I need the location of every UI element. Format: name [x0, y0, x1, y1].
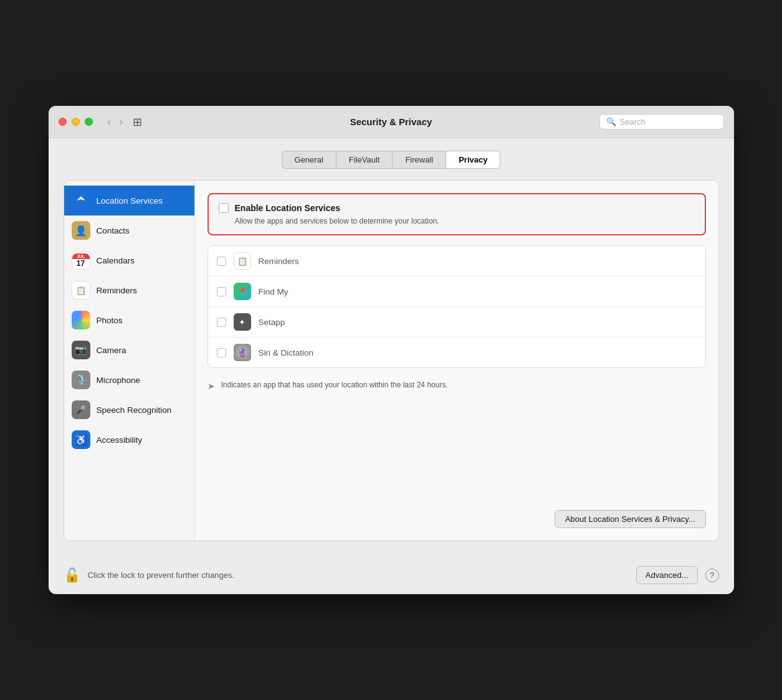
- app-name-findmy: Find My: [259, 287, 288, 296]
- sidebar-label-photos: Photos: [97, 316, 123, 325]
- app-checkbox-reminders[interactable]: [217, 257, 226, 266]
- window-title: Security & Privacy: [350, 116, 432, 127]
- microphone-icon: 🎙️: [72, 371, 90, 389]
- calendars-icon: JUL 17: [72, 251, 90, 270]
- tab-firewall[interactable]: Firewall: [392, 151, 446, 169]
- lock-icon[interactable]: 🔓: [64, 567, 80, 584]
- about-location-button[interactable]: About Location Services & Privacy...: [555, 510, 706, 528]
- app-row-reminders: 📋 Reminders: [208, 246, 705, 277]
- app-row-siri: 🔮 Siri & Dictation: [208, 338, 705, 367]
- sidebar-item-photos[interactable]: Photos: [64, 305, 194, 335]
- accessibility-icon: ♿: [72, 430, 90, 449]
- enable-location-section: Enable Location Services Allow the apps …: [207, 193, 706, 235]
- traffic-lights: [59, 118, 93, 126]
- location-note: ➤ Indicates an app that has used your lo…: [207, 378, 706, 401]
- sidebar-label-speech: Speech Recognition: [97, 405, 172, 415]
- minimize-button[interactable]: [72, 118, 80, 126]
- enable-location-checkbox[interactable]: [219, 203, 229, 213]
- right-panel: Enable Location Services Allow the apps …: [195, 181, 718, 541]
- bottom-btn-row: About Location Services & Privacy...: [207, 504, 706, 528]
- advanced-button[interactable]: Advanced...: [636, 566, 698, 584]
- titlebar: ‹ › ⊞ Security & Privacy 🔍: [49, 106, 734, 138]
- footer: 🔓 Click the lock to prevent further chan…: [49, 556, 734, 594]
- app-checkbox-siri[interactable]: [217, 348, 226, 357]
- app-name-setapp: Setapp: [259, 318, 285, 327]
- sidebar-item-calendars[interactable]: JUL 17 Calendars: [64, 245, 194, 275]
- app-icon-setapp: ✦: [234, 313, 251, 331]
- sidebar-label-reminders: Reminders: [97, 286, 137, 295]
- sidebar-item-contacts[interactable]: 👤 Contacts: [64, 215, 194, 245]
- sidebar-label-microphone: Microphone: [97, 376, 141, 385]
- sidebar-item-speech-recognition[interactable]: 🎤 Speech Recognition: [64, 395, 194, 425]
- tab-privacy[interactable]: Privacy: [446, 151, 500, 169]
- sidebar-item-accessibility[interactable]: ♿ Accessibility: [64, 425, 194, 455]
- sidebar-label-contacts: Contacts: [97, 226, 130, 235]
- location-arrow-icon: ➤: [207, 381, 215, 391]
- search-icon: 🔍: [606, 117, 616, 126]
- forward-button[interactable]: ›: [117, 115, 125, 129]
- photos-icon: [72, 311, 90, 329]
- back-button[interactable]: ‹: [105, 115, 113, 129]
- tab-general[interactable]: General: [282, 151, 336, 169]
- sidebar-item-location-services[interactable]: Location Services: [64, 186, 194, 215]
- reminders-icon: 📋: [72, 281, 90, 300]
- help-button[interactable]: ?: [705, 569, 719, 582]
- enable-location-desc: Allow the apps and services below to det…: [219, 217, 695, 225]
- sidebar-item-camera[interactable]: 📷 Camera: [64, 335, 194, 365]
- enable-row: Enable Location Services: [219, 203, 695, 213]
- content-area: General FileVault Firewall Privacy Locat…: [49, 138, 734, 556]
- sidebar-label-location: Location Services: [97, 196, 163, 206]
- svg-marker-0: [77, 196, 85, 201]
- app-icon-reminders: 📋: [234, 252, 251, 270]
- sidebar-label-camera: Camera: [97, 346, 126, 355]
- app-row-setapp: ✦ Setapp: [208, 307, 705, 338]
- app-name-siri: Siri & Dictation: [259, 348, 314, 357]
- app-name-reminders: Reminders: [259, 257, 299, 266]
- main-panel: Location Services 👤 Contacts JUL 17 Cale…: [64, 180, 719, 541]
- sidebar-label-accessibility: Accessibility: [97, 435, 143, 445]
- speech-recognition-icon: 🎤: [72, 400, 90, 419]
- sidebar-item-microphone[interactable]: 🎙️ Microphone: [64, 365, 194, 395]
- search-bar: 🔍: [599, 114, 724, 130]
- apps-list: 📋 Reminders 📍 Find My: [207, 245, 706, 368]
- app-checkbox-setapp[interactable]: [217, 318, 226, 327]
- footer-lock-text: Click the lock to prevent further change…: [88, 570, 629, 580]
- app-row-findmy: 📍 Find My: [208, 277, 705, 307]
- enable-location-label: Enable Location Services: [235, 203, 341, 213]
- location-services-icon: [72, 191, 90, 210]
- nav-arrows: ‹ ›: [105, 115, 126, 129]
- app-icon-findmy: 📍: [234, 283, 251, 300]
- sidebar: Location Services 👤 Contacts JUL 17 Cale…: [64, 181, 195, 541]
- maximize-button[interactable]: [85, 118, 93, 126]
- location-note-text: Indicates an app that has used your loca…: [221, 381, 448, 389]
- sidebar-label-calendars: Calendars: [97, 256, 135, 265]
- app-icon-siri: 🔮: [234, 344, 251, 361]
- app-checkbox-findmy[interactable]: [217, 287, 226, 296]
- search-input[interactable]: [620, 117, 717, 126]
- camera-icon: 📷: [72, 341, 90, 359]
- contacts-icon: 👤: [72, 221, 90, 240]
- tab-filevault[interactable]: FileVault: [336, 151, 393, 169]
- main-window: ‹ › ⊞ Security & Privacy 🔍 General FileV…: [49, 106, 734, 594]
- sidebar-item-reminders[interactable]: 📋 Reminders: [64, 275, 194, 305]
- tabs: General FileVault Firewall Privacy: [64, 151, 719, 169]
- close-button[interactable]: [59, 118, 67, 126]
- grid-icon[interactable]: ⊞: [133, 115, 142, 129]
